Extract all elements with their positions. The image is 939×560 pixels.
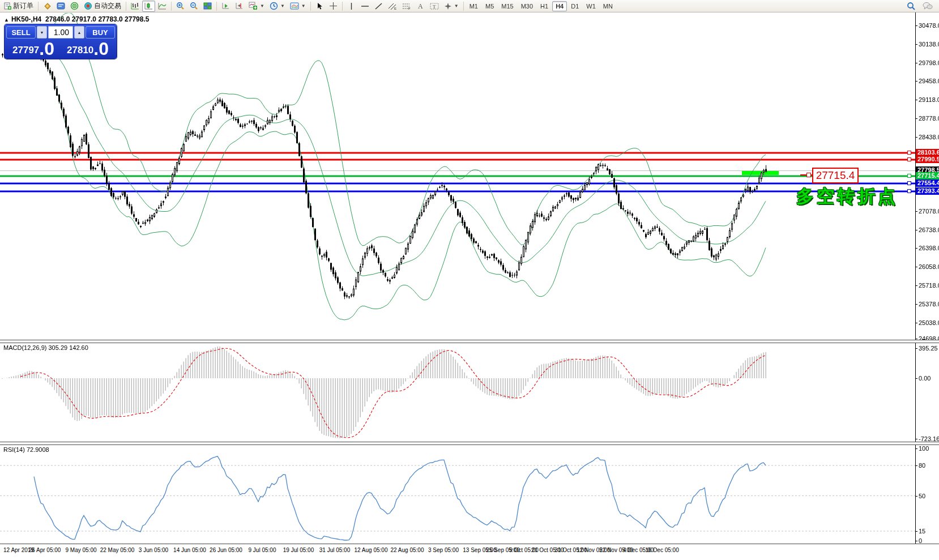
timeframe-M30[interactable]: M30 [518,1,536,11]
new-order-button[interactable]: 新订单 [2,1,36,12]
new-order-label: 新订单 [13,1,33,11]
candlestick-chart-icon [144,2,153,10]
volume-decrease-button[interactable]: ▼ [37,26,47,39]
level-line-handle[interactable] [907,189,911,193]
templates-button[interactable]: ▼ [288,1,308,12]
periods-button[interactable]: ▼ [267,1,287,12]
cursor-icon [316,2,323,10]
price-tick-mark [915,211,917,212]
price-tick-label: 27078.0 [919,208,939,215]
svg-text:E: E [394,7,396,10]
fibonacci-icon: F [402,2,411,10]
price-callout-box[interactable]: 27715.4 [812,168,859,183]
indicators-icon [249,2,258,10]
tile-windows-button[interactable] [201,1,214,12]
macd-tick-label: 0.00 [919,375,931,382]
price-tick-mark [915,44,917,45]
autotrading-button[interactable]: 自动交易 [82,1,123,12]
sell-price[interactable]: 27797.0 [6,40,61,57]
sell-price-main: 27797 [12,44,39,57]
price-tick-label: 30478.0 [919,22,939,29]
level-price-tag: 27990.5 [916,156,939,163]
zoom-in-button[interactable] [174,1,187,12]
one-click-trading-panel: SELL ▼ ▲ BUY 27797.0 27810.0 [5,24,117,59]
price-tick-mark [915,100,917,100]
text-label-button[interactable]: T [428,1,441,12]
cursor-button[interactable] [313,1,326,12]
crosshair-button[interactable] [327,1,340,12]
navigator-button[interactable] [68,1,81,12]
market-watch-icon [43,2,52,10]
line-chart-button[interactable] [156,1,169,12]
volume-increase-button[interactable]: ▲ [74,26,84,39]
text-button[interactable]: A [414,1,427,12]
volume-input[interactable] [48,26,73,39]
level-line-handle[interactable] [907,174,911,178]
time-axis-line [0,544,939,544]
indicators-button[interactable]: ▼ [246,1,267,12]
bar-chart-button[interactable] [129,1,142,12]
price-tick-mark [915,81,917,82]
sell-button[interactable]: SELL [6,26,36,39]
vertical-line-button[interactable] [345,1,358,12]
timeframe-MN[interactable]: MN [600,1,616,11]
timeframe-M5[interactable]: M5 [482,1,497,11]
time-tick-label: 14 Jun 05:00 [173,547,206,553]
price-tick-label: 29798.0 [919,59,939,66]
arrows-button[interactable]: ▼ [442,1,461,12]
text-label-icon: T [430,2,439,10]
crosshair-icon [329,2,338,10]
zoom-in-icon [176,2,185,10]
level-line-handle[interactable] [907,151,911,155]
market-watch-button[interactable] [41,1,54,12]
collapse-triangle-icon: ▲ [4,17,9,23]
timeframe-M15[interactable]: M15 [498,1,517,11]
chart-shift-button[interactable] [233,1,246,12]
timeframe-H4[interactable]: H4 [552,1,567,11]
level-line-handle[interactable] [907,181,911,185]
fibonacci-button[interactable]: F [400,1,413,12]
chat-button[interactable] [920,1,935,12]
buy-price[interactable]: 27810.0 [61,40,115,57]
svg-text:F: F [408,7,411,10]
price-tick-label: 26738.0 [919,226,939,233]
horizontal-line-button[interactable] [358,1,372,12]
time-tick-label: 22 Aug 05:00 [391,547,424,553]
callout-handle [806,173,811,177]
price-axis-line [915,12,916,544]
toolbar: 新订单 自动交易 [0,0,939,12]
time-tick-label: 12 Aug 05:00 [355,547,388,553]
toolbar-separator [38,2,39,11]
rsi-pane-separator[interactable] [0,442,939,445]
price-tick-label: 25378.0 [919,301,939,307]
level-line-handle[interactable] [907,157,911,161]
toolbar-separator [171,2,172,11]
price-chart-canvas[interactable] [0,12,939,544]
toolbar-separator [126,2,126,11]
price-tick-label: 25718.0 [919,282,939,289]
timeframe-W1[interactable]: W1 [583,1,599,11]
timeframe-H1[interactable]: H1 [537,1,552,11]
macd-tick-label: 395.25 [919,345,938,352]
tile-windows-icon [203,2,212,10]
timeframe-M1[interactable]: M1 [466,1,481,11]
macd-pane-separator[interactable] [0,340,939,343]
data-window-button[interactable] [54,1,67,12]
timeframe-D1[interactable]: D1 [567,1,582,11]
candlestick-chart-button[interactable] [142,1,155,12]
zoom-out-button[interactable] [187,1,200,12]
search-button[interactable] [904,1,918,12]
rsi-tick-label: 100 [919,445,929,452]
level-price-tag: 27393.4 [916,187,939,195]
trendline-button[interactable] [372,1,385,12]
channel-button[interactable]: E [386,1,399,12]
turning-point-annotation[interactable]: 多空转折点 [796,185,898,208]
price-tick-label: 30138.0 [919,41,939,48]
mt4-window: 新订单 自动交易 [0,0,939,560]
time-tick-label: 26 Apr 05:00 [29,547,61,553]
horizontal-line-icon [361,2,369,10]
toolbar-separator [463,2,464,11]
buy-button[interactable]: BUY [86,26,115,39]
auto-scroll-button[interactable] [219,1,232,12]
toolbar-separator [342,2,343,11]
